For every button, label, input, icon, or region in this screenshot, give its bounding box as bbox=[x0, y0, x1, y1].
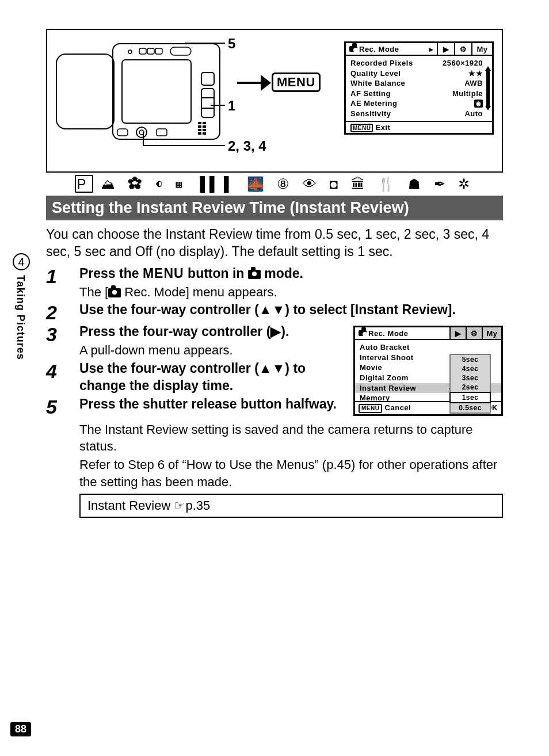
tab-setup: ⚙ bbox=[455, 43, 472, 55]
scrollbar bbox=[486, 71, 490, 106]
svg-rect-1 bbox=[113, 44, 220, 139]
tab-my: My bbox=[472, 43, 492, 55]
step-1: 1 Press the MENU button in mode. The [ R… bbox=[46, 265, 503, 301]
camera-icon bbox=[248, 270, 261, 279]
svg-rect-6 bbox=[155, 48, 162, 54]
callout-234: 2, 3, 4 bbox=[228, 138, 266, 154]
svg-point-3 bbox=[128, 50, 132, 54]
svg-rect-18 bbox=[198, 125, 201, 128]
tab-rec-mode: Rec. Mode ▸ bbox=[346, 43, 438, 55]
diagram-box: 5 1 2, 3, 4 MENU Rec. Mode ▸ ▶ ⚙ My Reco… bbox=[46, 29, 503, 173]
svg-rect-7 bbox=[170, 47, 191, 55]
cross-reference-box: Instant Review ☞p.35 bbox=[79, 494, 503, 518]
step-5-body: 5 The Instant Review setting is saved an… bbox=[46, 420, 503, 491]
camera-icon bbox=[359, 330, 367, 336]
tab-my: My bbox=[483, 327, 501, 339]
lcd-screen-2: Rec. Mode ▶ ⚙ My Auto Bracket Interval S… bbox=[353, 326, 503, 415]
camera-icon bbox=[349, 46, 357, 52]
menu-button-label: MENU bbox=[272, 72, 321, 92]
tab-play: ▶ bbox=[438, 43, 455, 55]
step-2: 2 Use the four-way controller (▲▼) to se… bbox=[46, 301, 503, 322]
tab-setup: ⚙ bbox=[467, 327, 483, 339]
svg-rect-8 bbox=[201, 72, 214, 85]
ae-metering-icon: ◉ bbox=[474, 100, 483, 108]
selected-option: 1sec bbox=[449, 392, 491, 403]
step-4: 4 Use the four-way controller (▲▼) to ch… bbox=[46, 360, 345, 395]
lcd-screen-1: Rec. Mode ▸ ▶ ⚙ My Recorded Pixels2560×1… bbox=[344, 41, 494, 135]
svg-rect-20 bbox=[198, 129, 201, 131]
svg-rect-23 bbox=[203, 132, 206, 135]
page-number: 88 bbox=[10, 722, 31, 736]
step-3: 3 Press the four-way controller (▶). A p… bbox=[46, 323, 345, 359]
svg-rect-9 bbox=[201, 89, 214, 117]
chapter-title: Taking Pictures bbox=[14, 275, 26, 360]
svg-rect-15 bbox=[157, 129, 167, 136]
svg-rect-14 bbox=[117, 129, 128, 136]
svg-rect-21 bbox=[203, 129, 206, 131]
svg-rect-0 bbox=[56, 54, 114, 129]
callout-5: 5 bbox=[228, 36, 235, 52]
camera-icon bbox=[108, 288, 121, 297]
step-5-title: 5 Press the shutter release button halfw… bbox=[46, 396, 345, 417]
menu-chip: MENU bbox=[359, 404, 382, 413]
side-tab: 4 Taking Pictures bbox=[13, 253, 28, 360]
tab-rec-mode: Rec. Mode bbox=[355, 327, 451, 339]
camera-illustration bbox=[55, 43, 222, 140]
callout-1: 1 bbox=[228, 98, 235, 114]
tab-play: ▶ bbox=[451, 327, 467, 339]
section-heading: Setting the Instant Review Time (Instant… bbox=[46, 196, 503, 220]
svg-rect-4 bbox=[139, 48, 146, 54]
svg-rect-22 bbox=[198, 132, 201, 135]
svg-rect-19 bbox=[203, 125, 206, 128]
svg-rect-5 bbox=[147, 48, 154, 54]
svg-point-12 bbox=[136, 127, 147, 138]
svg-rect-16 bbox=[198, 122, 201, 124]
pulldown-menu: 5sec 4sec 3sec 2sec 1sec 0.5sec bbox=[449, 354, 491, 414]
svg-rect-17 bbox=[203, 122, 206, 124]
menu-chip: MENU bbox=[350, 124, 373, 132]
mode-icon-row: P ⛰ ✿ ◐ ▦ ▐▌▌ 🌉 ⑧ 👁 ◘ 🏛 🍴 ☗ ✒ ✲ bbox=[46, 176, 503, 192]
svg-rect-2 bbox=[122, 60, 191, 123]
intro-paragraph: You can choose the Instant Review time f… bbox=[46, 226, 503, 261]
chapter-number: 4 bbox=[13, 253, 30, 270]
arrow-icon bbox=[237, 82, 263, 84]
